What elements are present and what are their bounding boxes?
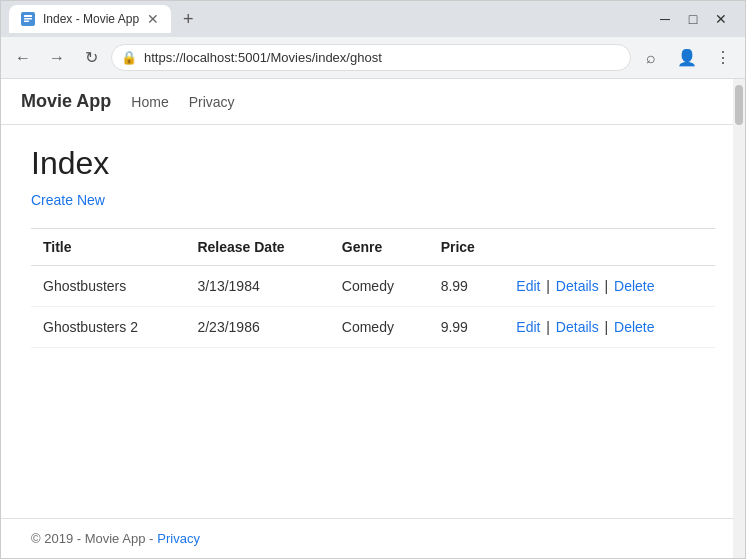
menu-icon[interactable]: ⋮ bbox=[709, 44, 737, 72]
action-separator: | bbox=[601, 278, 612, 294]
svg-rect-1 bbox=[24, 15, 32, 17]
col-header-actions bbox=[504, 229, 715, 266]
footer-text: © 2019 - Movie App - bbox=[31, 531, 153, 546]
browser-tab[interactable]: Index - Movie App ✕ bbox=[9, 5, 171, 33]
table-row: Ghostbusters 22/23/1986Comedy9.99Edit | … bbox=[31, 307, 715, 348]
title-bar: Index - Movie App ✕ + ─ □ ✕ bbox=[1, 1, 745, 37]
action-separator: | bbox=[542, 319, 553, 335]
cell-release-date: 2/23/1986 bbox=[185, 307, 329, 348]
col-header-title: Title bbox=[31, 229, 185, 266]
forward-button[interactable]: → bbox=[43, 44, 71, 72]
footer-privacy-link[interactable]: Privacy bbox=[157, 531, 200, 546]
tab-favicon bbox=[21, 12, 35, 26]
col-header-release-date: Release Date bbox=[185, 229, 329, 266]
action-delete-link[interactable]: Delete bbox=[614, 278, 654, 294]
site-nav: Movie App Home Privacy bbox=[1, 79, 745, 125]
action-edit-link[interactable]: Edit bbox=[516, 319, 540, 335]
col-header-genre: Genre bbox=[330, 229, 429, 266]
cell-title: Ghostbusters bbox=[31, 266, 185, 307]
action-details-link[interactable]: Details bbox=[556, 278, 599, 294]
table-row: Ghostbusters3/13/1984Comedy8.99Edit | De… bbox=[31, 266, 715, 307]
action-delete-link[interactable]: Delete bbox=[614, 319, 654, 335]
toolbar-icons: ⌕ 👤 ⋮ bbox=[637, 44, 737, 72]
site-footer: © 2019 - Movie App - Privacy bbox=[1, 518, 745, 558]
back-button[interactable]: ← bbox=[9, 44, 37, 72]
tab-close-button[interactable]: ✕ bbox=[147, 11, 159, 27]
cell-title: Ghostbusters 2 bbox=[31, 307, 185, 348]
window-controls: ─ □ ✕ bbox=[657, 11, 737, 27]
action-edit-link[interactable]: Edit bbox=[516, 278, 540, 294]
search-icon[interactable]: ⌕ bbox=[637, 44, 665, 72]
col-header-price: Price bbox=[429, 229, 505, 266]
scrollbar-thumb[interactable] bbox=[735, 85, 743, 125]
cell-actions: Edit | Details | Delete bbox=[504, 307, 715, 348]
page-title: Index bbox=[31, 145, 715, 182]
minimize-button[interactable]: ─ bbox=[657, 11, 673, 27]
profile-icon[interactable]: 👤 bbox=[673, 44, 701, 72]
action-separator: | bbox=[601, 319, 612, 335]
cell-actions: Edit | Details | Delete bbox=[504, 266, 715, 307]
maximize-button[interactable]: □ bbox=[685, 11, 701, 27]
movies-table: Title Release Date Genre Price Ghostbust… bbox=[31, 228, 715, 348]
new-tab-button[interactable]: + bbox=[175, 9, 202, 30]
tab-title: Index - Movie App bbox=[43, 12, 139, 26]
scrollbar[interactable] bbox=[733, 79, 745, 558]
address-wrapper: 🔒 bbox=[111, 44, 631, 71]
svg-rect-2 bbox=[24, 18, 32, 20]
action-details-link[interactable]: Details bbox=[556, 319, 599, 335]
page-content: Movie App Home Privacy Index Create New … bbox=[1, 79, 745, 558]
browser-window: Index - Movie App ✕ + ─ □ ✕ ← → ↻ 🔒 ⌕ 👤 … bbox=[0, 0, 746, 559]
reload-button[interactable]: ↻ bbox=[77, 44, 105, 72]
nav-link-home[interactable]: Home bbox=[131, 94, 168, 110]
action-separator: | bbox=[542, 278, 553, 294]
brand-name: Movie App bbox=[21, 91, 111, 112]
cell-release-date: 3/13/1984 bbox=[185, 266, 329, 307]
cell-price: 9.99 bbox=[429, 307, 505, 348]
cell-genre: Comedy bbox=[330, 307, 429, 348]
svg-rect-3 bbox=[24, 21, 29, 23]
address-bar: ← → ↻ 🔒 ⌕ 👤 ⋮ bbox=[1, 37, 745, 79]
cell-genre: Comedy bbox=[330, 266, 429, 307]
table-header-row: Title Release Date Genre Price bbox=[31, 229, 715, 266]
main-content: Index Create New Title Release Date Genr… bbox=[1, 125, 745, 518]
cell-price: 8.99 bbox=[429, 266, 505, 307]
create-new-link[interactable]: Create New bbox=[31, 192, 105, 208]
address-input[interactable] bbox=[111, 44, 631, 71]
close-button[interactable]: ✕ bbox=[713, 11, 729, 27]
nav-link-privacy[interactable]: Privacy bbox=[189, 94, 235, 110]
